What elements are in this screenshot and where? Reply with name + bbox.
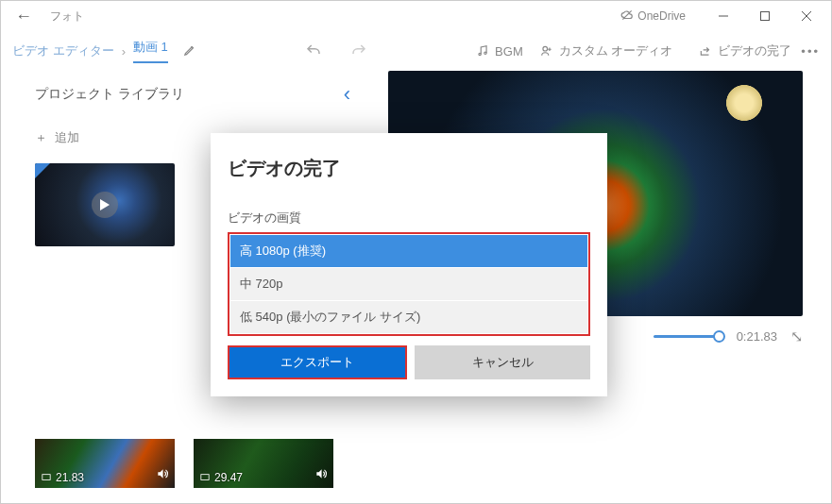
quality-option-medium[interactable]: 中 720p [230,267,587,300]
quality-option-high[interactable]: 高 1080p (推奨) [230,235,587,267]
quality-options: 高 1080p (推奨) 中 720p 低 540p (最小のファイル サイズ) [228,232,590,336]
minimize-button[interactable] [703,1,744,31]
edit-icon[interactable] [183,43,196,59]
undo-button[interactable] [305,42,322,59]
sound-icon[interactable] [314,467,328,484]
clip-item[interactable]: 29.47 [194,439,333,488]
more-button[interactable]: ••• [801,44,820,59]
finish-video-button[interactable]: ビデオの完了 [699,42,791,59]
svg-rect-8 [42,475,50,480]
svg-point-6 [484,52,486,54]
redo-button[interactable] [350,42,367,59]
dialog-title: ビデオの完了 [228,156,590,181]
fullscreen-icon[interactable]: ⤡ [790,328,803,345]
svg-rect-2 [761,12,770,21]
chevron-right-icon: › [122,44,126,59]
quality-option-low[interactable]: 低 540p (最小のファイル サイズ) [230,300,587,333]
onedrive-status[interactable]: OneDrive [620,8,686,25]
svg-rect-9 [201,475,209,480]
toolbar: ビデオ エディター › 動画 1 BGM カスタム オーディオ ビデオの完了 •… [1,31,831,71]
cloud-icon [620,8,634,25]
add-label: 追加 [55,129,79,146]
close-button[interactable] [786,1,827,31]
play-icon[interactable] [92,192,118,218]
finish-label: ビデオの完了 [718,42,791,59]
plus-icon: ＋ [35,129,47,146]
cancel-button[interactable]: キャンセル [415,345,590,379]
clip-duration: 29.47 [199,471,243,484]
selected-corner-icon [35,163,50,178]
library-title: プロジェクト ライブラリ [35,86,184,103]
time-label: 0:21.83 [737,329,777,344]
bgm-button[interactable]: BGM [476,44,523,59]
export-button-highlight: エクスポート [228,345,407,379]
clip-item[interactable]: 21.83 [35,439,175,488]
storyboard: 21.83 29.47 [35,439,333,488]
library-thumbnail[interactable] [35,163,175,246]
svg-point-7 [543,46,548,51]
breadcrumb[interactable]: ビデオ エディター [12,42,114,59]
project-name[interactable]: 動画 1 [133,39,168,63]
sound-icon[interactable] [156,467,169,484]
onedrive-label: OneDrive [637,9,686,23]
custom-audio-button[interactable]: カスタム オーディオ [540,42,673,59]
collapse-icon[interactable]: ‹ [344,82,350,107]
slider-knob[interactable] [713,330,725,343]
quality-label: ビデオの画質 [228,210,590,227]
app-title: フォト [50,8,84,25]
export-dialog: ビデオの完了 ビデオの画質 高 1080p (推奨) 中 720p 低 540p… [211,133,607,396]
svg-point-5 [479,53,481,55]
export-button[interactable]: エクスポート [229,347,405,378]
back-button[interactable]: ← [5,7,42,26]
custom-audio-label: カスタム オーディオ [559,42,673,59]
timeline-slider[interactable] [654,335,720,338]
bgm-label: BGM [495,44,523,59]
maximize-button[interactable] [744,1,786,31]
titlebar: ← フォト OneDrive [1,1,831,31]
clip-duration: 21.83 [41,471,84,484]
